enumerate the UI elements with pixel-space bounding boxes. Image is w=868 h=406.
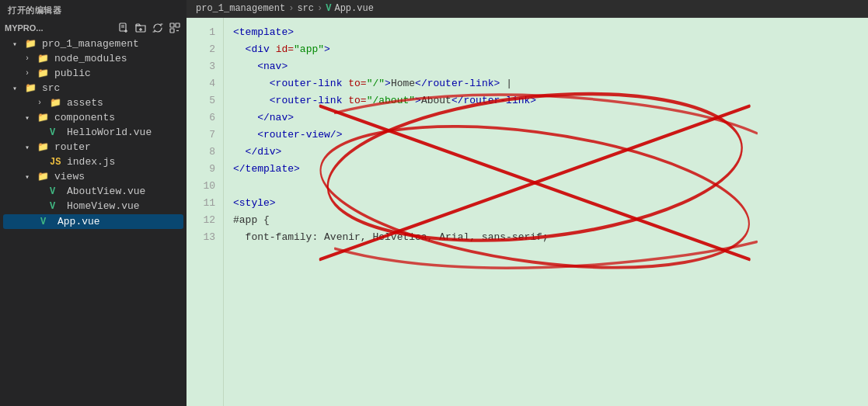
editor-area: pro_1_management › src › V App.vue 1 2 3… — [186, 0, 868, 406]
folder-icon: 📁 — [37, 171, 51, 182]
code-line-2: <div id="app"> — [233, 41, 859, 58]
breadcrumb: pro_1_management › src › V App.vue — [186, 0, 868, 18]
folder-label: components — [54, 112, 115, 123]
line-num-10: 10 — [186, 178, 223, 195]
code-line-12: #app { — [233, 212, 859, 229]
tree-item-public[interactable]: › 📁 public — [0, 66, 186, 81]
tree-item-components[interactable]: ▾ 📁 components — [0, 110, 186, 125]
code-editor[interactable]: 1 2 3 4 5 6 7 8 9 10 11 12 13 <template>… — [186, 18, 868, 406]
file-label: HelloWorld.vue — [67, 127, 152, 138]
vue-icon: V — [40, 217, 54, 227]
file-label: HomeView.vue — [67, 200, 140, 212]
code-line-4: <router-link to="/">Home</router-link> | — [233, 75, 859, 92]
new-file-icon[interactable] — [117, 21, 131, 35]
expand-arrow: ▾ — [12, 40, 25, 49]
tree-item-appvue[interactable]: V App.vue — [3, 214, 183, 229]
folder-icon: 📁 — [37, 112, 51, 123]
expand-arrow: › — [25, 54, 37, 63]
refresh-icon[interactable] — [151, 21, 165, 35]
collapse-icon[interactable] — [168, 21, 182, 35]
folder-icon: 📁 — [50, 97, 64, 109]
expand-arrow: ▾ — [25, 113, 37, 123]
tree-item-views[interactable]: ▾ 📁 views — [0, 169, 186, 184]
svg-rect-8 — [176, 23, 180, 27]
folder-icon: 📁 — [25, 38, 39, 50]
tree-item-helloworld[interactable]: V HelloWorld.vue — [0, 125, 186, 140]
code-line-13: font-family: Avenir, Helvetica, Arial, s… — [233, 229, 859, 246]
folder-label: views — [54, 171, 85, 182]
folder-label: pro_1_management — [42, 38, 139, 50]
line-num-1: 1 — [186, 24, 223, 41]
folder-label: router — [54, 141, 91, 153]
code-line-6: </nav> — [233, 109, 859, 127]
project-toolbar: MYPRO... — [0, 19, 186, 36]
breadcrumb-sep-2: › — [317, 3, 322, 14]
code-content[interactable]: <template> <div id="app"> <nav> <router-… — [224, 18, 868, 406]
breadcrumb-part-2: src — [297, 3, 314, 14]
folder-label: public — [54, 68, 91, 79]
svg-rect-7 — [170, 23, 174, 27]
folder-label: node_modules — [54, 53, 127, 64]
breadcrumb-part-3: App.vue — [334, 3, 373, 14]
svg-rect-9 — [170, 29, 174, 33]
expand-arrow: ▾ — [25, 143, 37, 152]
code-line-1: <template> — [233, 24, 859, 41]
line-num-8: 8 — [186, 144, 223, 161]
project-label: MYPRO... — [5, 23, 44, 33]
line-num-7: 7 — [186, 127, 223, 144]
file-label: index.js — [67, 156, 115, 168]
folder-icon: 📁 — [25, 82, 39, 94]
vue-icon: V — [50, 201, 64, 212]
code-line-10 — [233, 178, 859, 195]
line-num-3: 3 — [186, 58, 223, 75]
code-line-9: </template> — [233, 161, 859, 178]
expand-arrow: ▾ — [25, 172, 37, 182]
line-num-6: 6 — [186, 109, 223, 127]
tree-item-router[interactable]: ▾ 📁 router — [0, 140, 186, 154]
tree-item-homeview[interactable]: V HomeView.vue — [0, 199, 186, 213]
tree-item-aboutview[interactable]: V AboutView.vue — [0, 184, 186, 199]
tree-item-assets[interactable]: › 📁 assets — [0, 95, 186, 110]
code-line-5: <router-link to="/about">About</router-l… — [233, 92, 859, 109]
file-tree: ▾ 📁 pro_1_management › 📁 node_modules › … — [0, 36, 186, 230]
breadcrumb-part-1: pro_1_management — [196, 3, 285, 14]
expand-arrow: › — [25, 69, 37, 78]
js-icon: JS — [50, 157, 64, 168]
code-line-3: <nav> — [233, 58, 859, 75]
expand-arrow: › — [37, 99, 50, 107]
line-num-4: 4 — [186, 75, 223, 92]
vue-icon: V — [50, 186, 64, 197]
file-label: AboutView.vue — [67, 186, 145, 197]
code-line-8: </div> — [233, 144, 859, 161]
line-num-12: 12 — [186, 212, 223, 229]
line-num-5: 5 — [186, 92, 223, 109]
new-folder-icon[interactable] — [134, 21, 148, 35]
folder-label: src — [42, 82, 60, 94]
line-numbers: 1 2 3 4 5 6 7 8 9 10 11 12 13 — [186, 18, 224, 406]
line-num-9: 9 — [186, 161, 223, 178]
folder-icon: 📁 — [37, 68, 51, 79]
code-line-11: <style> — [233, 195, 859, 212]
breadcrumb-sep-1: › — [288, 3, 294, 14]
tree-item-node-modules[interactable]: › 📁 node_modules — [0, 51, 186, 66]
tree-item-index-js[interactable]: JS index.js — [0, 154, 186, 169]
folder-icon: 📁 — [37, 53, 51, 64]
vue-breadcrumb-icon: V — [326, 3, 331, 14]
line-num-13: 13 — [186, 229, 223, 246]
open-editors-label: 打开的编辑器 — [0, 0, 186, 19]
tree-item-pro-management[interactable]: ▾ 📁 pro_1_management — [0, 36, 186, 51]
file-label: App.vue — [58, 216, 100, 227]
line-num-2: 2 — [186, 41, 223, 58]
line-num-11: 11 — [186, 195, 223, 212]
sidebar: 打开的编辑器 MYPRO... — [0, 0, 186, 406]
folder-icon: 📁 — [37, 141, 51, 153]
code-line-7: <router-view/> — [233, 127, 859, 144]
tree-item-src[interactable]: ▾ 📁 src — [0, 81, 186, 95]
vue-icon: V — [50, 127, 64, 138]
folder-label: assets — [67, 97, 103, 109]
expand-arrow: ▾ — [12, 84, 25, 93]
